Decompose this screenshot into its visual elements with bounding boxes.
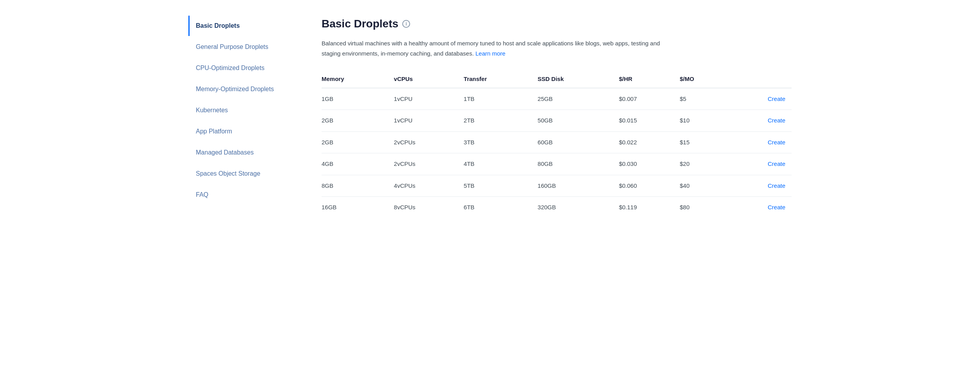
sidebar-item-memory-optimized-droplets[interactable]: Memory-Optimized Droplets: [188, 79, 282, 99]
table-row: 2GB1vCPU2TB50GB$0.015$10Create: [322, 110, 792, 132]
sidebar: Basic DropletsGeneral Purpose DropletsCP…: [188, 16, 298, 376]
col-header-mo: $/MO: [680, 71, 732, 88]
cell-vcpus-1: 1vCPU: [394, 110, 464, 132]
sidebar-item-managed-databases[interactable]: Managed Databases: [188, 142, 282, 163]
sidebar-item-spaces-object-storage[interactable]: Spaces Object Storage: [188, 164, 282, 184]
cell-action-3: Create: [732, 153, 792, 175]
table-body: 1GB1vCPU1TB25GB$0.007$5Create2GB1vCPU2TB…: [322, 88, 792, 218]
cell-transfer-0: 1TB: [464, 88, 538, 110]
sidebar-item-cpu-optimized-droplets[interactable]: CPU-Optimized Droplets: [188, 58, 282, 78]
cell-hr-4: $0.060: [619, 175, 680, 197]
create-link-3[interactable]: Create: [768, 160, 785, 167]
sidebar-item-kubernetes[interactable]: Kubernetes: [188, 100, 282, 120]
table-header: MemoryvCPUsTransferSSD Disk$/HR$/MO: [322, 71, 792, 88]
cell-transfer-4: 5TB: [464, 175, 538, 197]
cell-hr-3: $0.030: [619, 153, 680, 175]
cell-ssd-0: 25GB: [538, 88, 619, 110]
col-header-memory: Memory: [322, 71, 394, 88]
cell-memory-0: 1GB: [322, 88, 394, 110]
cell-action-2: Create: [732, 131, 792, 153]
cell-mo-4: $40: [680, 175, 732, 197]
cell-action-0: Create: [732, 88, 792, 110]
table-row: 8GB4vCPUs5TB160GB$0.060$40Create: [322, 175, 792, 197]
sidebar-item-basic-droplets[interactable]: Basic Droplets: [188, 16, 282, 36]
col-header-action: [732, 71, 792, 88]
main-content: Basic Droplets i Balanced virtual machin…: [298, 16, 792, 376]
sidebar-item-general-purpose-droplets[interactable]: General Purpose Droplets: [188, 37, 282, 57]
col-header-ssd: SSD Disk: [538, 71, 619, 88]
cell-action-4: Create: [732, 175, 792, 197]
col-header-vcpus: vCPUs: [394, 71, 464, 88]
table-row: 2GB2vCPUs3TB60GB$0.022$15Create: [322, 131, 792, 153]
cell-vcpus-2: 2vCPUs: [394, 131, 464, 153]
sidebar-item-app-platform[interactable]: App Platform: [188, 121, 282, 142]
cell-action-1: Create: [732, 110, 792, 132]
create-link-1[interactable]: Create: [768, 117, 785, 124]
cell-vcpus-0: 1vCPU: [394, 88, 464, 110]
header-row: MemoryvCPUsTransferSSD Disk$/HR$/MO: [322, 71, 792, 88]
page-description: Balanced virtual machines with a healthy…: [322, 38, 674, 58]
cell-memory-3: 4GB: [322, 153, 394, 175]
learn-more-link[interactable]: Learn more: [476, 50, 506, 57]
cell-hr-5: $0.119: [619, 197, 680, 218]
create-link-4[interactable]: Create: [768, 182, 785, 189]
page-container: Basic DropletsGeneral Purpose DropletsCP…: [177, 0, 803, 392]
create-link-0[interactable]: Create: [768, 95, 785, 102]
cell-transfer-1: 2TB: [464, 110, 538, 132]
cell-memory-4: 8GB: [322, 175, 394, 197]
cell-mo-5: $80: [680, 197, 732, 218]
cell-vcpus-4: 4vCPUs: [394, 175, 464, 197]
cell-hr-0: $0.007: [619, 88, 680, 110]
create-link-5[interactable]: Create: [768, 204, 785, 210]
cell-hr-1: $0.015: [619, 110, 680, 132]
info-icon[interactable]: i: [402, 20, 410, 28]
pricing-table: MemoryvCPUsTransferSSD Disk$/HR$/MO 1GB1…: [322, 71, 792, 218]
cell-vcpus-3: 2vCPUs: [394, 153, 464, 175]
sidebar-item-faq[interactable]: FAQ: [188, 185, 282, 205]
cell-mo-2: $15: [680, 131, 732, 153]
cell-memory-1: 2GB: [322, 110, 394, 132]
create-link-2[interactable]: Create: [768, 139, 785, 146]
cell-ssd-2: 60GB: [538, 131, 619, 153]
cell-transfer-2: 3TB: [464, 131, 538, 153]
cell-hr-2: $0.022: [619, 131, 680, 153]
cell-vcpus-5: 8vCPUs: [394, 197, 464, 218]
col-header-hr: $/HR: [619, 71, 680, 88]
cell-ssd-4: 160GB: [538, 175, 619, 197]
table-row: 16GB8vCPUs6TB320GB$0.119$80Create: [322, 197, 792, 218]
cell-memory-5: 16GB: [322, 197, 394, 218]
cell-transfer-3: 4TB: [464, 153, 538, 175]
table-row: 1GB1vCPU1TB25GB$0.007$5Create: [322, 88, 792, 110]
page-title-text: Basic Droplets: [322, 16, 398, 32]
cell-mo-0: $5: [680, 88, 732, 110]
cell-action-5: Create: [732, 197, 792, 218]
cell-ssd-3: 80GB: [538, 153, 619, 175]
cell-mo-3: $20: [680, 153, 732, 175]
cell-transfer-5: 6TB: [464, 197, 538, 218]
col-header-transfer: Transfer: [464, 71, 538, 88]
page-title: Basic Droplets i: [322, 16, 792, 32]
cell-mo-1: $10: [680, 110, 732, 132]
cell-memory-2: 2GB: [322, 131, 394, 153]
table-row: 4GB2vCPUs4TB80GB$0.030$20Create: [322, 153, 792, 175]
cell-ssd-5: 320GB: [538, 197, 619, 218]
cell-ssd-1: 50GB: [538, 110, 619, 132]
